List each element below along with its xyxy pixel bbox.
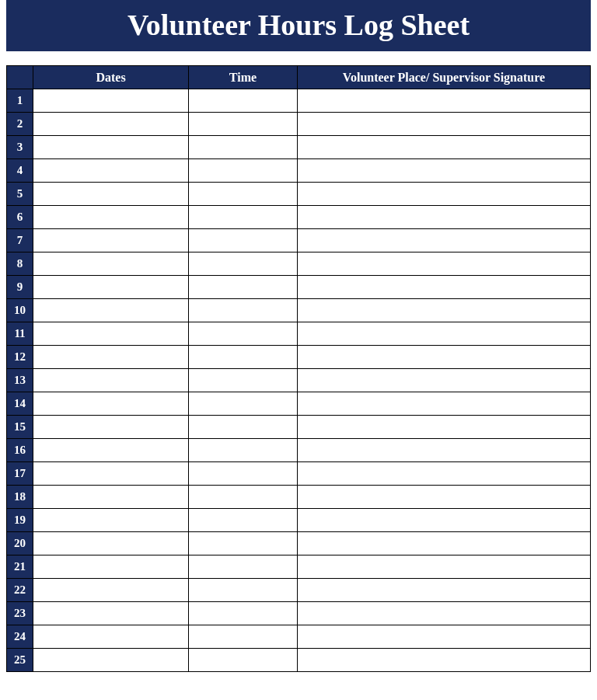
signature-cell[interactable]: [298, 602, 591, 625]
signature-cell[interactable]: [298, 299, 591, 322]
row-number: 10: [7, 299, 33, 322]
row-number: 13: [7, 369, 33, 392]
time-cell[interactable]: [189, 602, 298, 625]
dates-cell[interactable]: [33, 276, 189, 299]
dates-cell[interactable]: [33, 229, 189, 252]
time-cell[interactable]: [189, 509, 298, 532]
time-cell[interactable]: [189, 555, 298, 579]
table-row: 24: [7, 625, 591, 649]
row-number: 7: [7, 229, 33, 252]
signature-cell[interactable]: [298, 416, 591, 439]
signature-cell[interactable]: [298, 649, 591, 672]
dates-cell[interactable]: [33, 89, 189, 113]
signature-cell[interactable]: [298, 183, 591, 206]
signature-cell[interactable]: [298, 392, 591, 416]
signature-cell[interactable]: [298, 276, 591, 299]
time-cell[interactable]: [189, 625, 298, 649]
time-cell[interactable]: [189, 159, 298, 183]
time-cell[interactable]: [189, 252, 298, 276]
signature-cell[interactable]: [298, 136, 591, 159]
row-number: 16: [7, 439, 33, 462]
table-row: 19: [7, 509, 591, 532]
table-row: 17: [7, 462, 591, 486]
signature-cell[interactable]: [298, 113, 591, 136]
dates-cell[interactable]: [33, 625, 189, 649]
row-number: 9: [7, 276, 33, 299]
row-number: 25: [7, 649, 33, 672]
time-cell[interactable]: [189, 649, 298, 672]
table-row: 23: [7, 602, 591, 625]
time-cell[interactable]: [189, 579, 298, 602]
signature-cell[interactable]: [298, 509, 591, 532]
table-row: 6: [7, 206, 591, 229]
signature-cell[interactable]: [298, 625, 591, 649]
signature-cell[interactable]: [298, 532, 591, 555]
time-cell[interactable]: [189, 206, 298, 229]
table-row: 15: [7, 416, 591, 439]
row-number: 8: [7, 252, 33, 276]
signature-cell[interactable]: [298, 229, 591, 252]
header-dates: Dates: [33, 66, 189, 89]
dates-cell[interactable]: [33, 252, 189, 276]
signature-cell[interactable]: [298, 369, 591, 392]
dates-cell[interactable]: [33, 369, 189, 392]
row-number: 23: [7, 602, 33, 625]
table-row: 20: [7, 532, 591, 555]
time-cell[interactable]: [189, 229, 298, 252]
table-row: 10: [7, 299, 591, 322]
signature-cell[interactable]: [298, 252, 591, 276]
time-cell[interactable]: [189, 392, 298, 416]
dates-cell[interactable]: [33, 416, 189, 439]
signature-cell[interactable]: [298, 206, 591, 229]
signature-cell[interactable]: [298, 555, 591, 579]
row-number: 5: [7, 183, 33, 206]
dates-cell[interactable]: [33, 462, 189, 486]
signature-cell[interactable]: [298, 346, 591, 369]
signature-cell[interactable]: [298, 579, 591, 602]
dates-cell[interactable]: [33, 159, 189, 183]
table-row: 16: [7, 439, 591, 462]
time-cell[interactable]: [189, 369, 298, 392]
time-cell[interactable]: [189, 462, 298, 486]
dates-cell[interactable]: [33, 579, 189, 602]
signature-cell[interactable]: [298, 439, 591, 462]
dates-cell[interactable]: [33, 299, 189, 322]
dates-cell[interactable]: [33, 183, 189, 206]
signature-cell[interactable]: [298, 89, 591, 113]
row-number: 1: [7, 89, 33, 113]
dates-cell[interactable]: [33, 136, 189, 159]
time-cell[interactable]: [189, 439, 298, 462]
time-cell[interactable]: [189, 183, 298, 206]
time-cell[interactable]: [189, 113, 298, 136]
dates-cell[interactable]: [33, 113, 189, 136]
time-cell[interactable]: [189, 486, 298, 509]
table-row: 4: [7, 159, 591, 183]
dates-cell[interactable]: [33, 649, 189, 672]
time-cell[interactable]: [189, 276, 298, 299]
signature-cell[interactable]: [298, 462, 591, 486]
row-number: 6: [7, 206, 33, 229]
time-cell[interactable]: [189, 89, 298, 113]
dates-cell[interactable]: [33, 392, 189, 416]
time-cell[interactable]: [189, 322, 298, 346]
dates-cell[interactable]: [33, 486, 189, 509]
signature-cell[interactable]: [298, 322, 591, 346]
dates-cell[interactable]: [33, 346, 189, 369]
time-cell[interactable]: [189, 416, 298, 439]
dates-cell[interactable]: [33, 555, 189, 579]
dates-cell[interactable]: [33, 206, 189, 229]
signature-cell[interactable]: [298, 159, 591, 183]
dates-cell[interactable]: [33, 322, 189, 346]
table-row: 18: [7, 486, 591, 509]
time-cell[interactable]: [189, 299, 298, 322]
time-cell[interactable]: [189, 346, 298, 369]
page-title: Volunteer Hours Log Sheet: [6, 0, 591, 51]
dates-cell[interactable]: [33, 532, 189, 555]
dates-cell[interactable]: [33, 439, 189, 462]
dates-cell[interactable]: [33, 509, 189, 532]
time-cell[interactable]: [189, 532, 298, 555]
dates-cell[interactable]: [33, 602, 189, 625]
row-number: 11: [7, 322, 33, 346]
signature-cell[interactable]: [298, 486, 591, 509]
time-cell[interactable]: [189, 136, 298, 159]
